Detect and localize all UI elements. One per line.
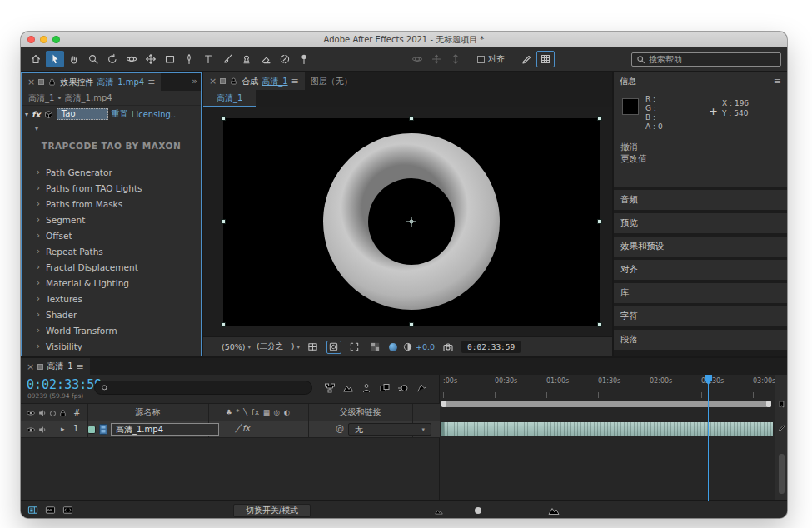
panel-preview[interactable]: 预览	[614, 213, 787, 233]
draft-3d-icon[interactable]	[341, 381, 355, 395]
layer-number-header[interactable]: #	[67, 404, 87, 421]
chevron-right-icon[interactable]: ›	[37, 247, 40, 256]
current-time-display[interactable]: 0:02:33:59	[461, 341, 521, 353]
chevron-right-icon[interactable]: ›	[37, 199, 40, 208]
playhead[interactable]	[708, 375, 709, 501]
snapshot-icon[interactable]	[441, 341, 456, 354]
brush-tool-icon[interactable]	[218, 51, 237, 67]
current-timecode[interactable]: 0:02:33:59	[27, 377, 102, 392]
tab-info[interactable]: 信息 ≡	[614, 72, 787, 90]
timeline-search-input[interactable]	[112, 383, 306, 392]
chevron-right-icon[interactable]: ›	[37, 215, 40, 224]
lock-icon[interactable]	[47, 77, 57, 87]
parent-pickwhip-icon[interactable]: @	[336, 424, 344, 433]
shy-layers-icon[interactable]	[359, 381, 373, 395]
safe-guides-icon[interactable]	[306, 341, 321, 354]
close-tab-icon[interactable]: ×	[27, 361, 34, 372]
close-tab-icon[interactable]: ×	[209, 76, 217, 87]
layer-switches[interactable]: ╱ fx	[236, 424, 250, 432]
video-eye-icon[interactable]	[26, 408, 36, 418]
region-of-interest-icon[interactable]	[347, 341, 362, 354]
parent-dropdown[interactable]: 无▾	[348, 423, 431, 436]
lock-icon[interactable]	[229, 77, 238, 86]
timeline-search-box[interactable]	[94, 381, 312, 395]
disclosure-icon[interactable]: ▸	[61, 425, 65, 433]
toggle-switches-modes-button[interactable]: 切换开关/模式	[233, 504, 311, 517]
pencil-edit-icon[interactable]	[777, 423, 786, 432]
selection-handle[interactable]	[409, 116, 414, 121]
rotate-tool-icon[interactable]	[103, 51, 122, 67]
work-area-start-handle[interactable]	[441, 401, 446, 407]
audio-speaker-icon[interactable]	[37, 408, 47, 418]
panel-menu-icon[interactable]: ≡	[774, 76, 781, 87]
time-ruler[interactable]	[440, 392, 775, 398]
pen-tool-icon[interactable]	[180, 51, 198, 67]
selection-handle[interactable]	[597, 322, 602, 327]
composition-frame[interactable]	[223, 118, 600, 326]
in-out-pane-icon[interactable]	[62, 505, 73, 516]
effect-property-row[interactable]: ›Shader	[22, 306, 201, 322]
clone-stamp-tool-icon[interactable]	[237, 51, 256, 67]
source-name-header[interactable]: 源名称	[87, 404, 208, 421]
chevron-right-icon[interactable]: ›	[37, 310, 40, 319]
panel-libraries[interactable]: 库	[614, 283, 787, 303]
tab-effect-controls[interactable]: × 效果控件 高清_1.mp4 ≡	[22, 73, 161, 91]
collapse-caret-icon[interactable]: ▾	[25, 111, 28, 118]
motion-blur-icon[interactable]	[396, 381, 410, 395]
effect-property-row[interactable]: ›Path Generator	[22, 164, 201, 180]
chevron-right-icon[interactable]: ›	[37, 294, 40, 303]
chevron-right-icon[interactable]: ›	[37, 183, 40, 192]
layer-track-bar[interactable]	[441, 422, 773, 436]
effect-property-row[interactable]: ›Repeat Paths	[22, 243, 201, 259]
label-color-chip[interactable]	[87, 426, 96, 434]
selection-handle[interactable]	[597, 219, 602, 224]
transparency-grid-icon[interactable]	[368, 341, 383, 354]
fx-badge[interactable]: fx	[32, 110, 41, 119]
parent-link-header[interactable]: 父级和链接	[308, 404, 412, 421]
mask-visibility-icon[interactable]	[326, 341, 341, 354]
eraser-tool-icon[interactable]	[257, 51, 275, 67]
timeline-zoom-thumb[interactable]	[475, 507, 481, 514]
viewer-tab[interactable]: 高清_1	[203, 90, 256, 107]
composition-viewport[interactable]	[203, 107, 612, 336]
effect-property-row[interactable]: ›Visibility	[22, 338, 201, 354]
panel-character[interactable]: 字符	[614, 306, 787, 326]
tab-composition[interactable]: × 合成 高清_1 ≡	[203, 72, 305, 90]
home-icon[interactable]	[27, 51, 45, 67]
layer-row[interactable]: ▸ 1 高清_1.mp4 ╱ fx @ 无▾	[21, 421, 440, 438]
orbit-camera-tool-icon[interactable]	[122, 51, 141, 67]
graph-editor-icon[interactable]	[414, 381, 428, 395]
chevron-right-icon[interactable]: ›	[37, 326, 40, 335]
anchor-point-icon[interactable]	[406, 217, 416, 227]
effect-property-row[interactable]: ›World Transform	[22, 322, 201, 338]
layer-video-eye-icon[interactable]	[26, 425, 36, 435]
work-area-end-handle[interactable]	[766, 401, 771, 407]
effect-property-row[interactable]: ›Offset	[22, 227, 201, 243]
close-tab-icon[interactable]: ×	[27, 77, 35, 87]
hand-tool-icon[interactable]	[65, 51, 83, 67]
comp-marker-icon[interactable]	[777, 400, 786, 409]
effect-property-row[interactable]: ›Segment	[22, 212, 201, 227]
selection-handle[interactable]	[221, 219, 226, 224]
magnification-dropdown[interactable]: (50%)▾	[222, 342, 251, 351]
tab-layer[interactable]: 图层（无）	[305, 72, 358, 90]
selection-handle[interactable]	[597, 116, 602, 121]
chevron-right-icon[interactable]: ›	[37, 341, 40, 351]
layer-switches-pane-icon[interactable]	[27, 505, 38, 516]
vertical-scrollbar[interactable]	[779, 454, 785, 494]
layer-name[interactable]: 高清_1.mp4	[111, 423, 219, 436]
panel-effects-presets[interactable]: 效果和预设	[614, 237, 787, 257]
effect-row-tao[interactable]: ▾ fx Tao 重置 Licensing..	[22, 106, 201, 122]
puppet-pin-tool-icon[interactable]	[295, 51, 313, 67]
minimize-window-button[interactable]	[40, 36, 47, 43]
layer-audio-icon[interactable]	[37, 425, 47, 435]
selection-handle[interactable]	[409, 322, 414, 327]
tab-timeline[interactable]: × 高清_1 ≡	[21, 358, 90, 375]
effect-property-row[interactable]: ›Paths from Masks	[22, 196, 201, 212]
mini-flowchart-icon[interactable]	[322, 381, 336, 395]
effect-name[interactable]: Tao	[57, 108, 108, 120]
text-tool-icon[interactable]	[199, 51, 217, 67]
timeline-track-area[interactable]: :00s 00:30s 01:00s 01:30s 02:00s 02:30s …	[440, 375, 775, 501]
help-search-input[interactable]	[649, 55, 776, 64]
close-window-button[interactable]	[27, 36, 35, 43]
